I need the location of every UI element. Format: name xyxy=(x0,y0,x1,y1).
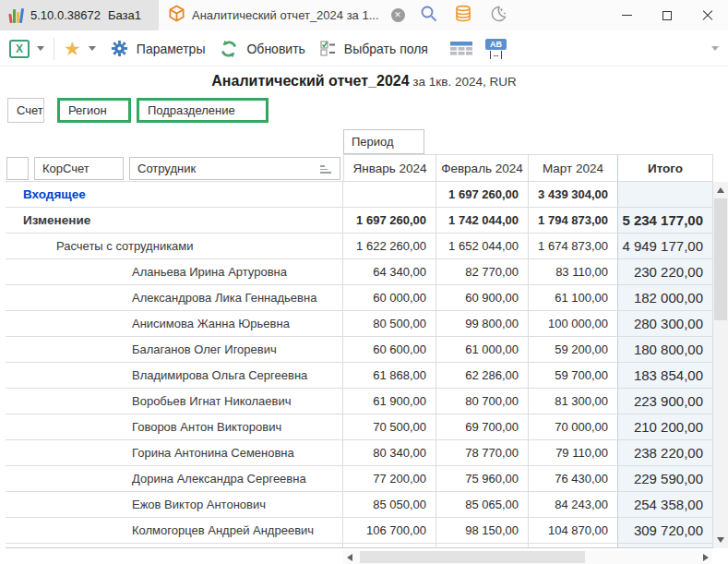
cell-january[interactable]: 1 697 260,00 xyxy=(343,208,436,233)
scroll-left-icon[interactable] xyxy=(347,554,352,561)
column-header-january[interactable]: Январь 2024 xyxy=(343,154,436,181)
column-header-total[interactable]: Итого xyxy=(617,154,713,181)
chevron-down-icon[interactable] xyxy=(89,46,96,51)
row-label[interactable]: Аланьева Ирина Артуровна xyxy=(6,259,343,284)
cell-total[interactable]: 229 590,00 xyxy=(617,466,713,491)
cell-january[interactable]: 80 340,00 xyxy=(343,440,436,465)
filter-chip-podrazdelenie[interactable]: Подразделение xyxy=(137,98,269,123)
expand-header-cell[interactable] xyxy=(6,157,29,180)
cell-march[interactable] xyxy=(528,544,617,548)
cell-february[interactable]: 1 742 044,00 xyxy=(436,208,528,233)
cell-february[interactable]: 75 960,00 xyxy=(436,466,528,491)
row-label[interactable]: Расчеты с сотрудниками xyxy=(6,234,343,258)
cell-january[interactable]: 77 200,00 xyxy=(343,466,436,491)
cell-total[interactable]: 180 800,00 xyxy=(617,337,713,362)
cell-march[interactable]: 84 243,00 xyxy=(528,492,617,517)
table-format-button[interactable] xyxy=(450,41,472,56)
parameters-button[interactable]: Параметры xyxy=(111,40,221,57)
cell-february[interactable]: 69 700,00 xyxy=(436,414,528,439)
scroll-down-icon[interactable] xyxy=(717,537,724,543)
cell-march[interactable]: 70 000,00 xyxy=(528,414,617,439)
scroll-right-icon[interactable] xyxy=(703,554,709,561)
row-label[interactable]: Дорина Александра Сергеевна xyxy=(6,466,343,491)
cell-january[interactable]: 85 050,00 xyxy=(343,492,436,517)
filter-chip-schet[interactable]: Счет xyxy=(7,98,44,123)
cell-total[interactable]: 4 949 177,00 xyxy=(617,234,713,258)
select-fields-button[interactable]: Выбрать поля xyxy=(320,41,443,56)
sotrudnik-field-button[interactable]: Сотрудник xyxy=(129,157,340,180)
cell-january[interactable]: 64 340,00 xyxy=(343,259,436,284)
night-mode-icon[interactable] xyxy=(488,4,508,28)
cell-february[interactable]: 82 770,00 xyxy=(436,259,528,284)
cell-march[interactable]: 59 700,00 xyxy=(528,363,617,388)
cell-january[interactable]: 1 622 260,00 xyxy=(343,234,436,258)
row-label[interactable]: Колмогорцев Андрей Андреевич xyxy=(6,518,343,543)
cell-february[interactable]: 62 286,00 xyxy=(436,363,528,388)
cell-january[interactable]: 70 500,00 xyxy=(343,414,436,439)
cell-february[interactable]: 80 700,00 xyxy=(436,389,528,414)
favorites-button[interactable]: ★ xyxy=(64,40,96,58)
cell-march[interactable]: 79 110,00 xyxy=(528,440,617,465)
report-tab[interactable]: Аналитический отчет_2024 за 1... ✕ xyxy=(168,5,405,26)
row-label[interactable]: Балаганов Олег Игоревич xyxy=(6,337,343,362)
cell-march[interactable]: 104 870,00 xyxy=(528,518,617,543)
cell-march[interactable]: 83 110,00 xyxy=(528,259,617,284)
row-label[interactable]: Владимирова Ольга Сергеевна xyxy=(6,363,343,388)
cell-total[interactable]: 238 220,00 xyxy=(617,440,713,465)
cell-january[interactable]: 106 700,00 xyxy=(343,518,436,543)
row-label[interactable]: Входящее xyxy=(6,182,343,207)
column-header-march[interactable]: Март 2024 xyxy=(528,154,617,181)
cell-march[interactable]: 3 439 304,00 xyxy=(528,182,617,207)
cell-january[interactable]: 60 600,00 xyxy=(343,337,436,362)
cell-february[interactable]: 61 000,00 xyxy=(436,337,528,362)
cell-january[interactable] xyxy=(343,544,436,548)
vertical-scroll-thumb[interactable] xyxy=(714,198,727,320)
row-label[interactable]: Воробьев Игнат Николаевич xyxy=(6,389,343,414)
cell-february[interactable]: 78 770,00 xyxy=(436,440,528,465)
maximize-icon[interactable] xyxy=(647,0,687,30)
cell-total[interactable]: 254 358,00 xyxy=(617,492,713,517)
excel-export-button[interactable] xyxy=(9,40,44,58)
sort-ascending-icon[interactable] xyxy=(320,165,331,175)
close-window-icon[interactable] xyxy=(687,0,728,30)
cell-march[interactable]: 59 200,00 xyxy=(528,337,617,362)
row-label[interactable]: Горина Антонина Семеновна xyxy=(6,440,343,465)
row-label[interactable]: Анисимова Жанна Юрьевна xyxy=(6,311,343,336)
cell-total[interactable]: 230 220,00 xyxy=(617,259,713,284)
cell-february[interactable]: 98 150,00 xyxy=(436,518,528,543)
cell-total[interactable]: 223 900,00 xyxy=(617,389,713,414)
cell-february[interactable]: 85 065,00 xyxy=(436,492,528,517)
column-width-button[interactable] xyxy=(485,39,507,59)
cell-total[interactable] xyxy=(617,182,713,207)
row-label[interactable] xyxy=(6,544,343,548)
scroll-up-icon[interactable] xyxy=(717,187,724,193)
cell-march[interactable]: 1 794 873,00 xyxy=(528,208,617,233)
korschet-field-button[interactable]: КорСчет xyxy=(34,157,124,180)
period-field-button[interactable]: Период xyxy=(343,129,424,154)
cell-march[interactable]: 76 430,00 xyxy=(528,466,617,491)
search-icon[interactable] xyxy=(420,5,438,27)
row-label[interactable]: Изменение xyxy=(6,208,343,233)
cell-march[interactable]: 61 100,00 xyxy=(528,285,617,310)
database-icon[interactable] xyxy=(454,5,472,27)
chevron-down-icon[interactable] xyxy=(37,46,44,51)
toolbar-overflow-icon[interactable] xyxy=(711,46,719,51)
cell-total[interactable]: 280 300,00 xyxy=(617,311,713,336)
horizontal-scrollbar[interactable] xyxy=(343,550,712,564)
row-label[interactable]: Говоров Антон Викторович xyxy=(6,414,343,439)
vertical-scrollbar[interactable] xyxy=(713,182,728,548)
cell-january[interactable] xyxy=(343,182,436,207)
horizontal-scroll-thumb[interactable] xyxy=(360,551,585,563)
cell-total[interactable]: 5 234 177,00 xyxy=(617,208,713,233)
row-label[interactable]: Ежов Виктор Антонович xyxy=(6,492,343,517)
column-header-february[interactable]: Февраль 2024 xyxy=(436,154,528,181)
filter-chip-region[interactable]: Регион xyxy=(57,98,131,123)
cell-total[interactable]: 183 854,00 xyxy=(617,363,713,388)
row-label[interactable]: Александрова Лика Геннадьевна xyxy=(6,285,343,310)
cell-march[interactable]: 100 000,00 xyxy=(528,311,617,336)
cell-february[interactable]: 1 697 260,00 xyxy=(436,182,528,207)
cell-total[interactable]: 210 200,00 xyxy=(617,414,713,439)
refresh-button[interactable]: Обновить xyxy=(220,40,319,58)
cell-february[interactable]: 1 652 044,00 xyxy=(436,234,528,258)
minimize-icon[interactable] xyxy=(606,0,647,30)
